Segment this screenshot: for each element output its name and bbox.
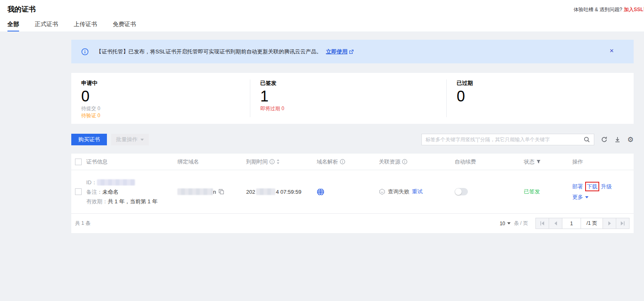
info-icon[interactable] xyxy=(269,159,275,164)
table-row: ID： 备注：未命名 有效期：共 1 年，当前第 1 年 n 2024 xyxy=(71,170,634,214)
sort-icon[interactable] xyxy=(276,159,280,164)
info-icon[interactable] xyxy=(402,159,407,164)
notice-banner: 【证书托管】已发布，将SSL证书开启托管即可实现证书到期前自动更新关联的腾讯云云… xyxy=(71,40,634,63)
stat-sub-label: 即将过期 xyxy=(260,106,280,111)
pagination-buttons: /1 页 xyxy=(535,218,629,229)
more-link[interactable]: 更多 xyxy=(572,194,583,200)
settings-icon[interactable]: ⚙ xyxy=(627,136,634,143)
stat-sub-value: 0 xyxy=(281,106,284,111)
stat-title: 申请中 xyxy=(81,79,250,87)
filter-icon[interactable] xyxy=(536,159,541,164)
prev-page-button[interactable] xyxy=(549,218,562,229)
refresh-icon[interactable] xyxy=(601,136,608,143)
toggle-knob xyxy=(455,188,462,195)
page-size-value: 10 xyxy=(500,221,505,226)
buy-cert-button[interactable]: 购买证书 xyxy=(71,134,107,145)
page-input[interactable] xyxy=(563,221,580,226)
stat-value: 0 xyxy=(81,88,250,105)
copy-icon[interactable] xyxy=(218,189,224,195)
pagination-bar: 共 1 条 10 条 / 页 xyxy=(71,214,634,233)
redacted-cert-id xyxy=(97,179,135,185)
domain-suffix: n xyxy=(213,189,216,195)
caret-down-icon xyxy=(585,196,588,198)
stat-title: 已过期 xyxy=(457,79,634,87)
page-input-box xyxy=(562,218,581,229)
tab-uploaded-certs[interactable]: 上传证书 xyxy=(74,20,97,31)
stat-sub-value: 0 xyxy=(97,113,100,118)
dns-globe-icon[interactable] xyxy=(317,188,324,196)
expire-prefix: 202 xyxy=(246,189,255,195)
feedback-link[interactable]: 体验吐槽 & 遇到问题? xyxy=(574,7,622,12)
tab-bar: 全部 正式证书 上传证书 免费证书 xyxy=(0,20,644,31)
info-icon[interactable] xyxy=(340,159,345,164)
col-status: 状态 xyxy=(524,158,535,166)
page-total-label: /1 页 xyxy=(581,218,603,229)
highlight-box: 下载 xyxy=(585,182,599,191)
auto-renew-toggle[interactable] xyxy=(455,188,468,195)
expire-suffix: 4 07:59:59 xyxy=(276,189,301,195)
header-links: 体验吐槽 & 遇到问题?加入SSL证 xyxy=(574,6,644,13)
batch-actions-button[interactable]: 批量操作 xyxy=(111,134,149,145)
page-size-select[interactable]: 10 xyxy=(500,221,511,226)
resource-status: 查询失败 xyxy=(388,188,409,195)
redacted-date xyxy=(256,188,275,195)
col-actions: 操作 xyxy=(572,158,583,166)
top-bar: 我的证书 体验吐槽 & 遇到问题?加入SSL证 xyxy=(0,0,644,20)
stats-panel: 申请中 0 待提交 0 待验证 0 已签发 1 即将过期 0 已过期 0 xyxy=(71,73,634,124)
search-box xyxy=(421,134,594,145)
stat-sub-value: 0 xyxy=(97,106,100,111)
banner-text: 【证书托管】已发布，将SSL证书开启托管即可实现证书到期前自动更新关联的腾讯云云… xyxy=(96,48,322,55)
content-area: 【证书托管】已发布，将SSL证书开启托管即可实现证书到期前自动更新关联的腾讯云云… xyxy=(0,31,644,301)
row-checkbox[interactable] xyxy=(75,188,82,195)
stat-card-expired: 已过期 0 xyxy=(446,79,634,117)
tab-paid-certs[interactable]: 正式证书 xyxy=(35,20,58,31)
download-icon[interactable] xyxy=(614,136,621,143)
use-now-link[interactable]: 立即使用 xyxy=(326,48,348,55)
join-ssl-link[interactable]: 加入SSL证 xyxy=(624,7,644,12)
first-page-button[interactable] xyxy=(535,218,549,229)
resource-icon xyxy=(379,188,385,195)
external-link-icon xyxy=(349,49,354,54)
download-link[interactable]: 下载 xyxy=(587,183,598,190)
banner-close-icon[interactable]: × xyxy=(610,47,614,55)
col-bound-domain: 绑定域名 xyxy=(177,158,199,166)
total-count: 共 1 条 xyxy=(75,220,90,227)
stat-value: 1 xyxy=(260,88,446,105)
last-page-button[interactable] xyxy=(616,218,629,229)
upgrade-link[interactable]: 升级 xyxy=(601,183,612,190)
stat-sub-label: 待验证 xyxy=(81,113,96,118)
ssl-certificates-page: 我的证书 体验吐槽 & 遇到问题?加入SSL证 全部 正式证书 上传证书 免费证… xyxy=(0,0,644,301)
note-value: 未命名 xyxy=(102,189,119,195)
retry-link[interactable]: 重试 xyxy=(412,188,423,195)
batch-actions-label: 批量操作 xyxy=(116,136,138,143)
caret-down-icon xyxy=(140,139,144,141)
next-page-button[interactable] xyxy=(603,218,616,229)
search-input[interactable] xyxy=(426,137,583,142)
table-header-row: 证书信息 绑定域名 到期时间 域名解析 xyxy=(71,154,634,170)
col-resources: 关联资源 xyxy=(379,158,400,166)
per-page-label: 条 / 页 xyxy=(514,220,528,227)
select-all-checkbox[interactable] xyxy=(75,159,82,165)
info-icon xyxy=(81,48,89,55)
redacted-domain xyxy=(177,188,213,195)
cert-id-label: ID： xyxy=(86,179,97,185)
stat-sub-label: 待提交 xyxy=(81,106,96,111)
col-expire-time: 到期时间 xyxy=(246,158,268,166)
col-dns: 域名解析 xyxy=(317,158,338,166)
caret-down-icon xyxy=(507,222,511,224)
col-cert-info: 证书信息 xyxy=(86,158,108,166)
toolbar: 购买证书 批量操作 xyxy=(71,134,634,145)
stat-title: 已签发 xyxy=(260,79,446,87)
stat-card-applying: 申请中 0 待提交 0 待验证 0 xyxy=(71,79,250,117)
validity-label: 有效期： xyxy=(86,198,108,205)
note-label: 备注： xyxy=(86,189,102,195)
search-icon[interactable] xyxy=(583,136,590,143)
stat-card-issued: 已签发 1 即将过期 0 xyxy=(250,79,446,117)
deploy-link[interactable]: 部署 xyxy=(572,183,583,190)
certificates-table: 证书信息 绑定域名 到期时间 域名解析 xyxy=(71,154,634,233)
page-title: 我的证书 xyxy=(7,5,36,14)
col-auto-renew: 自动续费 xyxy=(455,158,476,166)
tab-free-certs[interactable]: 免费证书 xyxy=(113,20,136,31)
tab-all[interactable]: 全部 xyxy=(7,20,19,31)
validity-value: 共 1 年，当前第 1 年 xyxy=(108,198,157,205)
